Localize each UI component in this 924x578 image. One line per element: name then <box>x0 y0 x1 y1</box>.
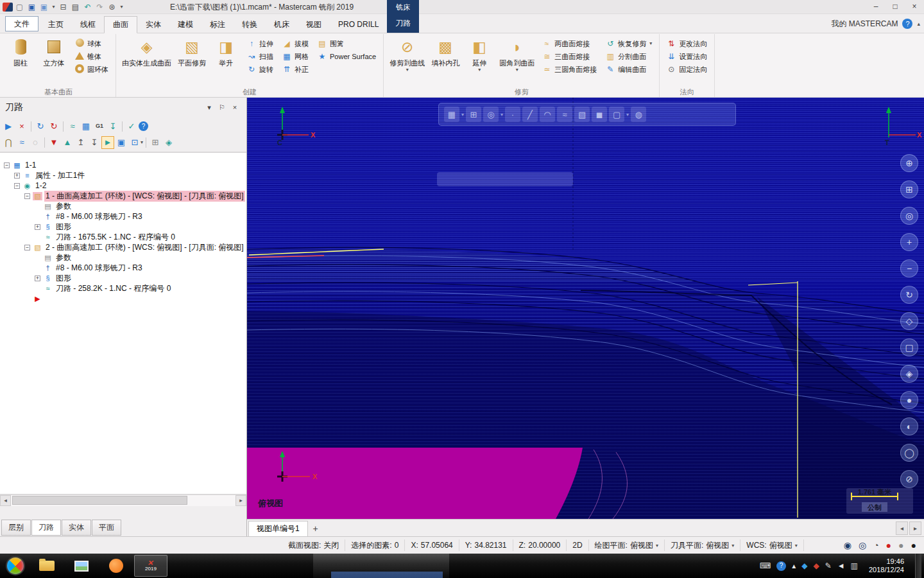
move-insert-down-icon[interactable]: ↧ <box>88 136 101 149</box>
tree-item[interactable]: ▤参数 <box>0 201 246 211</box>
panel-tab-planes[interactable]: 平面 <box>92 520 121 536</box>
sync-app-icon[interactable]: ◆ <box>801 562 807 570</box>
cone-button[interactable]: 锥体 <box>72 50 112 63</box>
tree-item[interactable]: †#8 - M6.00 球形铣刀 - R3 <box>0 211 246 222</box>
tree-item[interactable]: +§图形 <box>0 222 246 232</box>
start-button[interactable] <box>6 556 25 575</box>
select-all-operations-icon[interactable]: ▶ <box>2 120 15 133</box>
pin-icon[interactable]: ⚐ <box>216 103 228 112</box>
tree-item[interactable]: +≡属性 - 加工1件 <box>0 170 246 180</box>
display-options-icon[interactable]: ⊡ <box>128 136 141 149</box>
line-mask-icon[interactable]: ╱ <box>522 107 538 122</box>
backplot-g1-icon[interactable]: G1 <box>93 120 106 133</box>
tree-item[interactable]: †#8 - M6.00 球形铣刀 - R3 <box>0 263 246 273</box>
tab-model-prep[interactable]: 建模 <box>169 16 201 33</box>
status-mode-2d3d[interactable]: 2D <box>567 539 588 551</box>
cylinder-button[interactable]: 圆柱 <box>4 34 37 85</box>
scrollbar-track[interactable] <box>11 495 235 506</box>
fit-view-icon[interactable]: ⊕ <box>900 154 918 172</box>
status-coord-x[interactable]: X:57.05064 <box>405 539 459 551</box>
fix-normal-button[interactable]: ⊙固定法向 <box>663 63 710 76</box>
touch-keyboard-icon[interactable]: ⌨ <box>760 562 771 570</box>
three-surface-blend-button[interactable]: ≅三曲面熔接 <box>539 50 600 63</box>
pen-input-icon[interactable]: ✎ <box>825 562 832 570</box>
sphere-dark-icon[interactable]: ● <box>911 541 916 550</box>
tree-item[interactable]: −▦1-1 <box>0 160 246 170</box>
account-label[interactable]: 我的 MASTERCAM <box>831 19 898 30</box>
net-button[interactable]: ▦网格 <box>279 50 312 63</box>
redo-icon[interactable]: ↷ <box>94 1 105 12</box>
sheet-next-button[interactable]: ▸ <box>909 521 921 535</box>
tree-item[interactable]: ► <box>0 293 246 304</box>
backplot-icon[interactable]: ≈ <box>66 120 79 133</box>
insert-position-icon[interactable]: ► <box>101 136 114 149</box>
zoom-window-icon[interactable]: ⊞ <box>900 180 918 198</box>
tab-home[interactable]: 主页 <box>40 16 72 33</box>
revolve-button[interactable]: ↻旋转 <box>244 63 277 76</box>
plane-mask-icon[interactable]: ⊞ <box>466 107 481 122</box>
tab-machine[interactable]: 机床 <box>266 16 298 33</box>
scroll-left-button[interactable]: ◂ <box>0 495 11 506</box>
help-icon[interactable]: ? <box>902 19 912 29</box>
arc-mask-icon[interactable]: ◠ <box>540 107 555 122</box>
tab-drafting[interactable]: 标注 <box>201 16 234 33</box>
sphere-button[interactable]: 球体 <box>72 37 112 50</box>
deselect-all-operations-icon[interactable]: × <box>15 120 28 133</box>
zoom-in-icon[interactable]: + <box>900 233 918 251</box>
show-desktop-button[interactable] <box>915 554 921 578</box>
add-viewsheet-button[interactable]: + <box>308 521 323 536</box>
solid-mask-icon[interactable]: ◼ <box>592 107 607 122</box>
split-surface-button[interactable]: ▥分割曲面 <box>603 50 655 63</box>
viewsheet-tab[interactable]: 视图单编号1 <box>248 521 308 536</box>
new-file-icon[interactable]: ▢ <box>14 1 25 12</box>
save-icon[interactable]: ▣ <box>26 1 37 12</box>
edit-surface-button[interactable]: ✎编辑曲面 <box>603 63 655 76</box>
select-mode-caret-icon[interactable]: ▾ <box>461 112 464 118</box>
untrim-button[interactable]: ↺恢复修剪▾ <box>603 37 655 50</box>
sheet-prev-button[interactable]: ◂ <box>896 521 908 535</box>
fill-holes-button[interactable]: ▩填补内孔 <box>428 34 463 85</box>
zoom-target-icon[interactable]: ◎ <box>900 207 918 225</box>
loft-button[interactable]: ◨举升 <box>209 34 243 85</box>
level-mask-icon[interactable]: ▢ <box>609 107 624 122</box>
torus-button[interactable]: 圆环体 <box>72 63 112 76</box>
planar-trim-button[interactable]: ▧平面修剪 <box>175 34 209 85</box>
verify-icon[interactable]: ▦ <box>80 120 92 133</box>
three-fillet-blend-button[interactable]: ≃三圆角面熔接 <box>539 63 600 76</box>
tree-item[interactable]: ≈刀路 - 1675.5K - 1.NC - 程序编号 0 <box>0 232 246 242</box>
section-sphere-icon[interactable]: ◔ <box>873 541 878 550</box>
fillet-to-surface-button[interactable]: ◗圆角到曲面▾ <box>496 34 538 85</box>
shaded-icon[interactable]: ● <box>900 391 918 409</box>
draft-button[interactable]: ◢拔模 <box>279 37 312 50</box>
power-surface-button[interactable]: ★Power Surface <box>314 50 379 63</box>
status-cplane[interactable]: 绘图平面:俯视图▾ <box>589 539 665 551</box>
panel-tab-toolpaths[interactable]: 刀路 <box>31 520 61 536</box>
entity-select-icon[interactable]: ▦ <box>444 107 459 122</box>
minus-expander-icon[interactable]: − <box>24 193 30 199</box>
customize-icon[interactable]: ⊛ <box>107 1 117 12</box>
show-hidden-icons[interactable]: ▴ <box>792 562 796 570</box>
tree-item[interactable]: ▤参数 <box>0 252 246 263</box>
isometric-view-icon[interactable]: ◈ <box>900 365 918 383</box>
graphics-viewport[interactable]: X C X T <box>247 98 924 519</box>
tree-item[interactable]: −▧1 - 曲面高速加工 (环绕) - [WCS: 俯视图] - [刀具面: 俯… <box>0 191 246 201</box>
scroll-display-icon[interactable]: ▣ <box>115 136 128 149</box>
tab-wireframe[interactable]: 线框 <box>72 16 104 33</box>
status-coord-y[interactable]: Y:34.82131 <box>459 539 513 551</box>
extrude-button[interactable]: ↑拉伸 <box>244 37 277 50</box>
tab-file[interactable]: 文件 <box>5 16 38 31</box>
tree-item[interactable]: −◉1-2 <box>0 180 246 191</box>
extend-button[interactable]: ◧延伸▾ <box>463 34 496 85</box>
help-icon[interactable]: ? <box>139 121 148 131</box>
offset-button[interactable]: ⇈补正 <box>279 63 312 76</box>
scroll-right-button[interactable]: ▸ <box>235 495 246 506</box>
surface-mask-icon[interactable]: ▧ <box>574 107 590 122</box>
close-panel-icon[interactable]: × <box>228 103 241 112</box>
spline-mask-icon[interactable]: ≈ <box>557 107 572 122</box>
highfeed-icon[interactable]: ✓ <box>125 120 138 133</box>
mask-caret-icon[interactable]: ▾ <box>501 112 503 118</box>
move-insert-up-icon[interactable]: ↥ <box>74 136 87 149</box>
media-app-button[interactable] <box>99 555 133 577</box>
status-coord-z[interactable]: Z:20.00000 <box>513 539 567 551</box>
plus-expander-icon[interactable]: + <box>14 173 20 179</box>
